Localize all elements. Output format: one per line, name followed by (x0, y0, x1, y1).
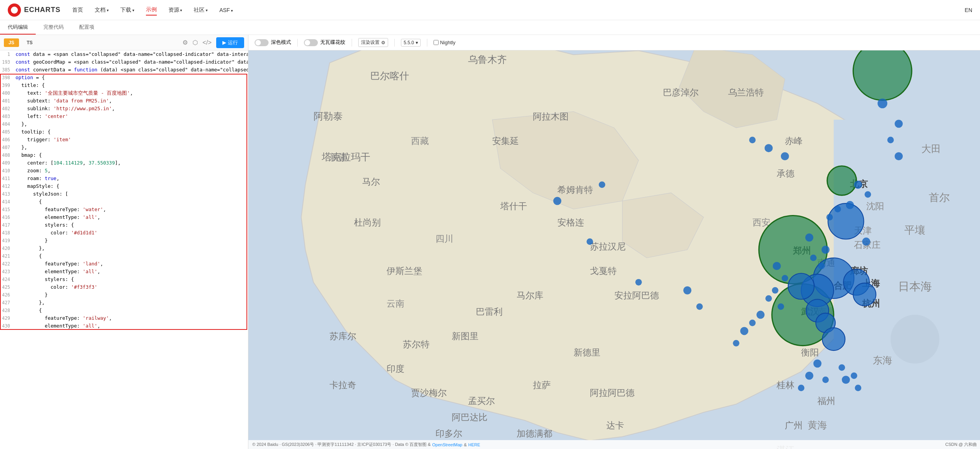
line-content: subtext: 'data from PM25.in', (14, 97, 248, 105)
tab-config[interactable]: 配置项 (71, 21, 102, 35)
table-row: 404 }, (0, 120, 248, 128)
svg-point-81 (788, 273, 814, 299)
line-number: 412 (0, 183, 14, 190)
lang-ts[interactable]: TS (22, 38, 37, 47)
nav-examples[interactable]: 示例 (146, 5, 157, 16)
line-content: featureType: 'water', (14, 206, 248, 213)
line-number: 407 (0, 144, 14, 151)
line-number: 410 (0, 167, 14, 174)
map-footer: © 2024 Baidu · GS(2023)3206号 · 甲测资字11111… (248, 440, 980, 449)
nightly-checkbox[interactable] (434, 40, 439, 45)
nav-en[interactable]: EN (965, 7, 972, 13)
nav-download[interactable]: 下载 (120, 5, 134, 15)
svg-text:乌鲁木齐: 乌鲁木齐 (468, 54, 507, 65)
svg-text:拉萨: 拉萨 (533, 380, 551, 390)
svg-text:塔什干: 塔什干 (500, 201, 527, 211)
line-content: stylers: { (14, 276, 248, 283)
table-row: 411 roam: true, (0, 175, 248, 182)
svg-text:戈戛特: 戈戛特 (590, 266, 617, 276)
svg-text:云南: 云南 (387, 298, 404, 309)
lang-js[interactable]: JS (4, 38, 19, 47)
render-settings[interactable]: 渲染设置 ⚙ (358, 38, 388, 47)
svg-text:马尔库: 马尔库 (517, 290, 543, 300)
shape-icon[interactable]: ⬡ (193, 39, 198, 46)
line-number: 406 (0, 136, 14, 143)
settings-icon[interactable]: ⚙ (182, 39, 188, 46)
line-content: roam: true, (14, 175, 248, 182)
svg-text:苏尔特: 苏尔特 (403, 339, 430, 349)
table-row: 422 featureType: 'land', (0, 260, 248, 268)
code-area-wrapper[interactable]: 1const data = <span class="collapsed" da… (0, 50, 248, 449)
copyright-text: © 2024 Baidu · GS(2023)3206号 · 甲测资字11111… (252, 442, 431, 447)
line-content: trigger: 'item' (14, 136, 248, 144)
svg-point-95 (773, 262, 781, 270)
svg-text:阿拉阿巴德: 阿拉阿巴德 (590, 388, 635, 398)
table-row: 1const data = <span class="collapsed" da… (0, 50, 248, 58)
svg-text:日本海: 日本海 (898, 280, 932, 293)
svg-point-118 (895, 120, 903, 128)
line-content: sublink: 'http://www.pm25.in', (14, 105, 248, 113)
run-button[interactable]: ▶ 运行 (216, 37, 244, 48)
nav-home[interactable]: 首页 (72, 5, 83, 15)
svg-text:阿勒泰: 阿勒泰 (314, 111, 343, 121)
table-row: 405 tooltip: { (0, 128, 248, 136)
line-number: 415 (0, 206, 14, 213)
svg-point-98 (765, 295, 772, 302)
svg-text:赤峰: 赤峰 (785, 136, 803, 146)
svg-text:达卡: 达卡 (606, 420, 624, 430)
version-select[interactable]: 5.5.0 ▾ (401, 39, 421, 47)
code-icon[interactable]: </> (203, 39, 212, 46)
table-row: 428 { (0, 307, 248, 314)
line-number: 419 (0, 237, 14, 244)
svg-point-94 (818, 263, 825, 269)
line-number: 400 (0, 90, 14, 97)
line-content: const data = <span class="collapsed" dat… (14, 50, 248, 58)
line-content: }, (14, 120, 248, 128)
china-map-svg: 日本海 东海 黄海 平壤 首尔 大田 西藏 云南 四川 新疆 北京 郑州 武汉 (248, 50, 980, 449)
code-area[interactable]: 1const data = <span class="collapsed" da… (0, 50, 248, 330)
svg-point-89 (826, 214, 833, 220)
svg-text:安拉阿巴德: 安拉阿巴德 (614, 290, 659, 300)
line-number: 193 (0, 59, 14, 66)
svg-point-86 (865, 191, 871, 198)
top-nav: ECHARTS 首页 文档 下载 示例 资源 社区 ASF EN (0, 0, 980, 20)
svg-text:大田: 大田 (921, 143, 941, 154)
table-row: 426 } (0, 291, 248, 299)
divider-2 (352, 39, 352, 47)
map-background: 全国主要城市空气质量 - 百度地图 data from PM25.in (248, 50, 980, 449)
map-container[interactable]: 全国主要城市空气质量 - 百度地图 data from PM25.in (248, 50, 980, 449)
svg-text:沈阳: 沈阳 (866, 201, 884, 211)
nav-asf[interactable]: ASF (219, 5, 233, 15)
sub-tabs: 代码编辑 完整代码 配置项 (0, 20, 980, 35)
logo[interactable]: ECHARTS (8, 3, 61, 17)
nav-resources[interactable]: 资源 (168, 5, 182, 15)
line-number: 398 (0, 74, 14, 81)
no-tile-toggle[interactable] (304, 39, 318, 46)
tab-full-code[interactable]: 完整代码 (36, 21, 71, 35)
line-number: 416 (0, 214, 14, 221)
table-row: 430 elementType: 'all', (0, 322, 248, 330)
svg-text:苏库尔: 苏库尔 (330, 331, 356, 341)
svg-point-101 (749, 320, 756, 326)
dark-mode-toggle[interactable] (255, 39, 269, 46)
line-content: color: '#f3f3f3' (14, 283, 248, 291)
code-panel: JS TS ⚙ ⬡ </> ▶ 运行 1const data = <span c… (0, 35, 248, 449)
tab-code-edit[interactable]: 代码编辑 (0, 21, 36, 35)
nav-docs[interactable]: 文档 (95, 5, 109, 15)
svg-text:贾沙梅尔: 贾沙梅尔 (411, 388, 447, 398)
nav-community[interactable]: 社区 (194, 5, 208, 15)
run-icon: ▶ (222, 40, 226, 45)
svg-point-93 (810, 255, 817, 261)
config-bar: 深色模式 无瓦碟花纹 渲染设置 ⚙ 5.5.0 ▾ Nigh (248, 35, 980, 50)
table-row: 416 elementType: 'all', (0, 213, 248, 221)
nightly-group: Nightly (434, 40, 456, 45)
openstreetmap-link[interactable]: OpenStreetMap (432, 442, 463, 447)
table-row: 423 elementType: 'all', (0, 268, 248, 276)
svg-text:新德里: 新德里 (574, 347, 600, 357)
svg-text:巴雷利: 巴雷利 (476, 307, 503, 317)
here-link[interactable]: HERE (468, 442, 480, 447)
svg-point-91 (805, 234, 813, 242)
line-number: 409 (0, 159, 14, 166)
line-number: 430 (0, 322, 14, 329)
line-content: featureType: 'railway', (14, 314, 248, 322)
